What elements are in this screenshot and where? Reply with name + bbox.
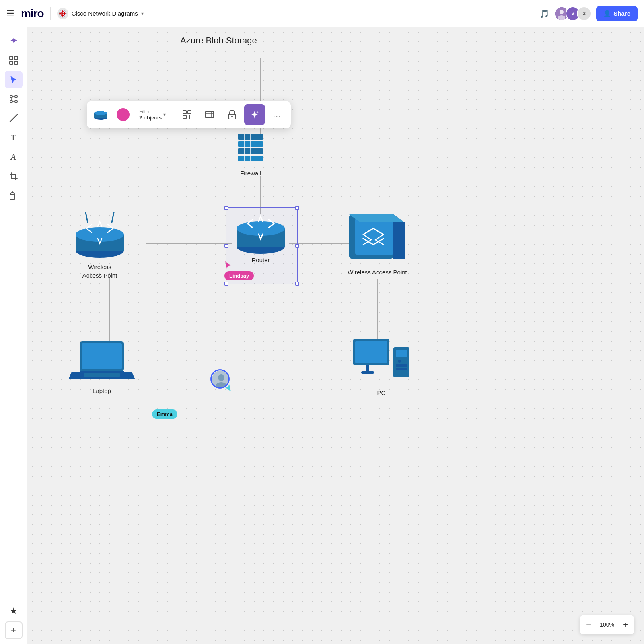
switch-icon (345, 208, 409, 269)
sidebar-item-frames[interactable] (5, 51, 23, 69)
share-icon: 👤 (603, 10, 611, 17)
toolbar-cisco-icon[interactable] (90, 104, 111, 125)
sidebar-item-add[interactable]: + (5, 621, 23, 639)
board-name: Cisco Network Diagrams (72, 10, 138, 17)
ai-icon: ✦ (10, 36, 17, 46)
azure-label: Azure Blob Storage (180, 35, 257, 46)
avatar-count[interactable]: 3 (577, 6, 591, 21)
board-icon (57, 8, 68, 19)
router-node[interactable]: Router (230, 212, 291, 263)
toolbar-table-tool[interactable] (199, 104, 220, 125)
menu-icon[interactable]: ☰ (6, 8, 14, 19)
firewall-node[interactable]: Firewall (235, 130, 267, 177)
sidebar-item-text[interactable]: T (5, 129, 23, 146)
filter-count: 2 objects (139, 115, 162, 121)
wireless-icon (66, 210, 134, 263)
sparkle-icon (250, 110, 259, 119)
cursor-icon (10, 76, 18, 84)
more-icon: ... (273, 111, 282, 119)
zoom-level[interactable]: 100% (597, 621, 617, 628)
svg-point-14 (15, 100, 17, 103)
lock-icon (228, 110, 237, 119)
zoom-in-button[interactable]: + (618, 617, 633, 632)
emma-label: Emma (152, 409, 177, 419)
toolbar-filter-button[interactable]: Filter 2 objects ▾ (135, 104, 170, 125)
svg-rect-57 (183, 111, 186, 114)
plus-icon: + (623, 620, 628, 630)
svg-point-35 (76, 227, 124, 242)
svg-rect-43 (82, 343, 122, 369)
sidebar-item-shapes[interactable] (5, 187, 23, 204)
toolbar-frame-tool[interactable] (177, 104, 198, 125)
zoom-out-button[interactable]: − (581, 617, 596, 632)
svg-line-37 (112, 212, 114, 222)
svg-rect-10 (14, 61, 18, 64)
sidebar-item-crop[interactable] (5, 167, 23, 185)
switch-node[interactable]: Wireless Access Point (345, 208, 409, 276)
svg-rect-52 (396, 364, 407, 367)
filter-chevron-icon: ▾ (163, 112, 166, 117)
sidebar-item-select[interactable] (5, 71, 23, 88)
svg-point-67 (231, 116, 233, 117)
apps-icon (9, 607, 18, 615)
sidebar-item-connections[interactable] (5, 90, 23, 108)
svg-line-15 (10, 115, 17, 122)
svg-rect-62 (206, 111, 214, 118)
laptop-node[interactable]: Laptop (68, 339, 136, 394)
router-label: Router (230, 257, 291, 263)
svg-point-32 (237, 221, 285, 236)
handle-bl[interactable] (224, 282, 228, 286)
header-right: 🎵 V 3 👤 Share (539, 6, 638, 21)
wireless-node[interactable]: WirelessAccess Point (66, 210, 134, 280)
share-button[interactable]: 👤 Share (596, 6, 638, 21)
toolbar-ai-tool[interactable] (244, 104, 265, 125)
cisco-router-icon (93, 109, 108, 120)
firewall-icon (235, 130, 267, 168)
laptop-icon (68, 339, 136, 387)
svg-line-36 (86, 212, 88, 222)
music-icon[interactable]: 🎵 (539, 9, 549, 19)
handwriting-icon: A (11, 152, 16, 162)
svg-point-5 (560, 10, 564, 14)
board-title-button[interactable]: Cisco Network Diagrams ▾ (57, 8, 144, 19)
toolbar-pink-circle[interactable] (113, 104, 134, 125)
pink-dot (117, 108, 130, 121)
sidebar-item-line[interactable] (5, 109, 23, 127)
firewall-label: Firewall (235, 170, 267, 177)
zoom-controls: − 100% + (580, 615, 634, 634)
handle-tr[interactable] (295, 206, 299, 210)
text-icon: T (11, 133, 16, 142)
sidebar-item-apps[interactable] (5, 602, 23, 620)
handle-tl[interactable] (224, 206, 228, 210)
handle-mr[interactable] (295, 244, 299, 248)
svg-rect-58 (188, 111, 191, 114)
sidebar: ✦ T A (0, 27, 27, 644)
handle-ml[interactable] (224, 244, 228, 248)
toolbar-lock-tool[interactable] (222, 104, 243, 125)
floating-toolbar: Filter 2 objects ▾ (87, 101, 291, 128)
emma-avatar (210, 369, 230, 389)
pc-icon (349, 337, 414, 389)
canvas[interactable]: Azure Blob Storage Firewall (27, 27, 644, 644)
line-icon (9, 114, 18, 123)
toolbar-more-button[interactable]: ... (267, 104, 288, 125)
filter-text: Filter 2 objects (139, 109, 162, 121)
app-logo: miro (21, 7, 44, 20)
wireless-label: WirelessAccess Point (66, 263, 134, 280)
sidebar-item-handwriting[interactable]: A (5, 148, 23, 166)
svg-rect-9 (10, 61, 13, 64)
collaborators-avatars[interactable]: V 3 (554, 6, 591, 21)
svg-rect-44 (84, 373, 120, 377)
svg-rect-48 (361, 371, 374, 374)
pc-node[interactable]: PC (349, 337, 414, 396)
connections-icon (9, 95, 18, 103)
sidebar-item-ai[interactable]: ✦ (5, 32, 23, 50)
handle-br[interactable] (295, 282, 299, 286)
svg-rect-53 (396, 368, 407, 370)
emma-cursor: Emma (152, 409, 177, 419)
azure-node[interactable]: Azure Blob Storage (180, 35, 257, 46)
minus-icon: − (586, 620, 591, 630)
crop-icon (9, 172, 18, 181)
svg-rect-8 (14, 56, 18, 60)
table-icon (205, 110, 214, 119)
